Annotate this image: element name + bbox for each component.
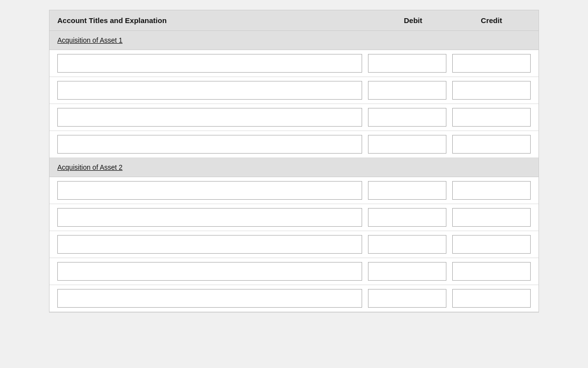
table-row <box>49 77 539 104</box>
header-debit: Debit <box>374 16 452 25</box>
debit-input-1-3[interactable] <box>368 108 446 127</box>
credit-input-1-4[interactable] <box>452 135 531 154</box>
debit-input-2-4[interactable] <box>368 262 446 281</box>
account-input-2-3[interactable] <box>57 235 362 254</box>
table-row <box>49 131 539 158</box>
section-header-asset1: Acquisition of Asset 1 <box>49 31 539 50</box>
section-header-asset2: Acquisition of Asset 2 <box>49 158 539 177</box>
account-input-1-2[interactable] <box>57 81 362 100</box>
table-header: Account Titles and Explanation Debit Cre… <box>49 10 539 31</box>
section-title-asset1: Acquisition of Asset 1 <box>57 36 122 44</box>
header-credit: Credit <box>452 16 531 25</box>
account-input-1-1[interactable] <box>57 54 362 73</box>
table-row <box>49 285 539 312</box>
account-input-2-1[interactable] <box>57 181 362 200</box>
table-row <box>49 104 539 131</box>
section-title-asset2: Acquisition of Asset 2 <box>57 163 122 171</box>
credit-input-2-4[interactable] <box>452 262 531 281</box>
debit-input-1-4[interactable] <box>368 135 446 154</box>
debit-input-2-3[interactable] <box>368 235 446 254</box>
credit-input-1-2[interactable] <box>452 81 531 100</box>
credit-input-2-3[interactable] <box>452 235 531 254</box>
credit-input-2-1[interactable] <box>452 181 531 200</box>
credit-input-2-2[interactable] <box>452 208 531 227</box>
table-row <box>49 177 539 204</box>
debit-input-2-2[interactable] <box>368 208 446 227</box>
credit-input-2-5[interactable] <box>452 289 531 308</box>
account-input-1-3[interactable] <box>57 108 362 127</box>
header-account-titles: Account Titles and Explanation <box>57 16 374 25</box>
debit-input-1-1[interactable] <box>368 54 446 73</box>
debit-input-2-5[interactable] <box>368 289 446 308</box>
journal-table: Account Titles and Explanation Debit Cre… <box>49 10 539 313</box>
debit-input-2-1[interactable] <box>368 181 446 200</box>
table-row <box>49 204 539 231</box>
account-input-2-4[interactable] <box>57 262 362 281</box>
credit-input-1-1[interactable] <box>452 54 531 73</box>
table-row <box>49 231 539 258</box>
debit-input-1-2[interactable] <box>368 81 446 100</box>
account-input-1-4[interactable] <box>57 135 362 154</box>
account-input-2-2[interactable] <box>57 208 362 227</box>
table-row <box>49 258 539 285</box>
table-row <box>49 50 539 77</box>
credit-input-1-3[interactable] <box>452 108 531 127</box>
account-input-2-5[interactable] <box>57 289 362 308</box>
